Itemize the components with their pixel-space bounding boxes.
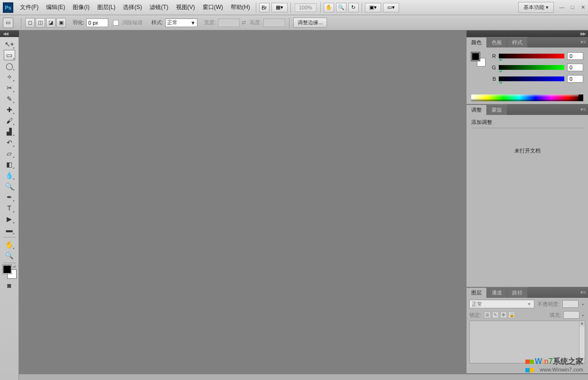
g-slider[interactable]: [499, 65, 564, 70]
bridge-button[interactable]: Br: [259, 3, 270, 12]
gradient-tool[interactable]: ◧: [4, 159, 15, 170]
color-swatches[interactable]: ⤾: [3, 265, 16, 278]
intersect-selection-button[interactable]: ▣: [56, 18, 66, 28]
shape-tool[interactable]: ▬: [4, 225, 15, 235]
adjustments-panel: 添加调整 未打开文档: [467, 115, 588, 287]
hand-tool[interactable]: ✋: [4, 239, 15, 250]
panels-dock-strip[interactable]: ▶▶: [467, 30, 588, 37]
menu-view[interactable]: 视图(V): [172, 1, 199, 13]
blur-tool[interactable]: 💧: [4, 170, 15, 180]
screen-mode-button[interactable]: ▭▾: [383, 3, 399, 12]
menu-window[interactable]: 窗口(W): [199, 1, 227, 13]
move-tool[interactable]: ↖✥: [4, 39, 15, 49]
clone-stamp-tool[interactable]: ▟: [4, 126, 15, 137]
fill-input: [563, 311, 579, 319]
menu-help[interactable]: 帮助(H): [227, 1, 254, 13]
fill-flyout-icon: ▸: [581, 313, 585, 317]
pen-tool[interactable]: ✒: [4, 192, 15, 202]
foreground-color-swatch[interactable]: [3, 265, 11, 274]
eraser-tool[interactable]: ▱: [4, 148, 15, 159]
height-input: [263, 19, 285, 27]
r-slider[interactable]: [499, 54, 564, 58]
b-slider[interactable]: [499, 76, 564, 81]
close-button[interactable]: ✕: [579, 4, 587, 11]
marquee-tool[interactable]: ▭: [4, 50, 15, 60]
menu-image[interactable]: 图像(I): [69, 1, 93, 13]
scroll-down-icon[interactable]: ▼: [579, 357, 585, 363]
toolbox-dock-strip[interactable]: ◀◀: [0, 30, 19, 37]
swap-colors-icon[interactable]: ⤾: [13, 264, 17, 269]
right-panels: ▶▶ 颜色 色板 样式 ▾≡ R G B 调整 蒙版 ▾≡: [467, 30, 588, 374]
separator: [256, 2, 256, 13]
g-label: G: [489, 65, 496, 70]
adjustments-title: 添加调整: [471, 119, 583, 128]
collapse-icon[interactable]: ▶▶: [580, 31, 585, 36]
style-select[interactable]: 正常▼: [165, 19, 197, 27]
refine-edge-button[interactable]: 调整边缘...: [293, 18, 327, 28]
color-spectrum[interactable]: [471, 95, 583, 101]
maximize-button[interactable]: □: [568, 4, 577, 11]
menu-file[interactable]: 文件(F): [16, 1, 42, 13]
b-label: B: [489, 76, 496, 82]
arrange-docs-button[interactable]: ▣▾: [365, 3, 381, 12]
blend-mode-select: 正常▼: [469, 300, 534, 308]
path-selection-tool[interactable]: ▶: [4, 214, 15, 224]
collapse-icon[interactable]: ◀◀: [3, 31, 8, 36]
r-input[interactable]: [567, 52, 583, 60]
lock-label: 锁定:: [469, 312, 481, 319]
scroll-up-icon[interactable]: ▲: [579, 321, 585, 327]
panel-menu-icon[interactable]: ▾≡: [580, 289, 586, 295]
rotate-view-shortcut[interactable]: ↻: [348, 3, 359, 12]
g-input[interactable]: [567, 64, 583, 71]
menu-layer[interactable]: 图层(L): [93, 1, 120, 13]
fill-label: 填充:: [550, 312, 561, 319]
app-logo: Ps: [3, 2, 13, 13]
zoom-tool-shortcut[interactable]: 🔍: [336, 3, 346, 12]
tab-layers[interactable]: 图层: [467, 287, 486, 298]
workspace-selector[interactable]: 基本功能 ▾: [518, 2, 554, 13]
color-panel: R G B: [467, 48, 588, 104]
style-label: 样式:: [151, 19, 163, 26]
b-input[interactable]: [567, 75, 583, 83]
opacity-flyout-icon: ▸: [581, 302, 585, 306]
menu-edit[interactable]: 编辑(E): [42, 1, 69, 13]
tab-masks[interactable]: 蒙版: [487, 104, 507, 115]
dodge-tool[interactable]: 🔍: [4, 181, 15, 191]
zoom-level[interactable]: 100%: [295, 3, 317, 12]
tab-styles[interactable]: 样式: [507, 37, 527, 48]
canvas-area[interactable]: [19, 37, 467, 374]
fg-color-chip[interactable]: [471, 52, 480, 61]
layers-panel-tabs: 图层 通道 路径 ▾≡: [467, 287, 588, 298]
history-brush-tool[interactable]: ↶: [4, 137, 15, 148]
zoom-tool[interactable]: 🔍: [4, 250, 15, 261]
eyedropper-tool[interactable]: ✎: [4, 94, 15, 104]
current-tool-icon[interactable]: ▭: [3, 18, 13, 28]
minimize-button[interactable]: —: [558, 4, 566, 11]
lasso-tool[interactable]: ◯: [4, 61, 15, 71]
crop-tool[interactable]: ✂: [4, 83, 15, 93]
feather-label: 羽化:: [73, 19, 84, 26]
mini-bridge-button[interactable]: ▦▾: [271, 3, 288, 12]
quick-mask-button[interactable]: ◙: [4, 280, 15, 291]
tab-color[interactable]: 颜色: [467, 37, 486, 48]
brush-tool[interactable]: 🖌: [4, 115, 15, 126]
opacity-label: 不透明度:: [537, 301, 560, 308]
layers-scrollbar[interactable]: ▲ ▼: [579, 321, 585, 363]
healing-brush-tool[interactable]: ✚: [4, 104, 15, 115]
panel-menu-icon[interactable]: ▾≡: [580, 106, 586, 113]
magic-wand-tool[interactable]: ✧: [4, 72, 15, 82]
type-tool[interactable]: T: [4, 203, 15, 213]
antialias-label: 消除锯齿: [122, 19, 143, 26]
feather-input[interactable]: [86, 19, 108, 27]
panel-menu-icon[interactable]: ▾≡: [580, 39, 586, 45]
hand-tool-shortcut[interactable]: ✋: [324, 3, 334, 12]
menu-select[interactable]: 选择(S): [119, 1, 146, 13]
new-selection-button[interactable]: ◻: [25, 18, 35, 28]
tab-channels[interactable]: 通道: [487, 287, 507, 298]
menu-filter[interactable]: 滤镜(T): [146, 1, 172, 13]
add-selection-button[interactable]: ◫: [36, 18, 45, 28]
tab-swatches[interactable]: 色板: [487, 37, 507, 48]
tab-paths[interactable]: 路径: [507, 287, 527, 298]
tab-adjustments[interactable]: 调整: [467, 104, 486, 115]
subtract-selection-button[interactable]: ◪: [46, 18, 56, 28]
